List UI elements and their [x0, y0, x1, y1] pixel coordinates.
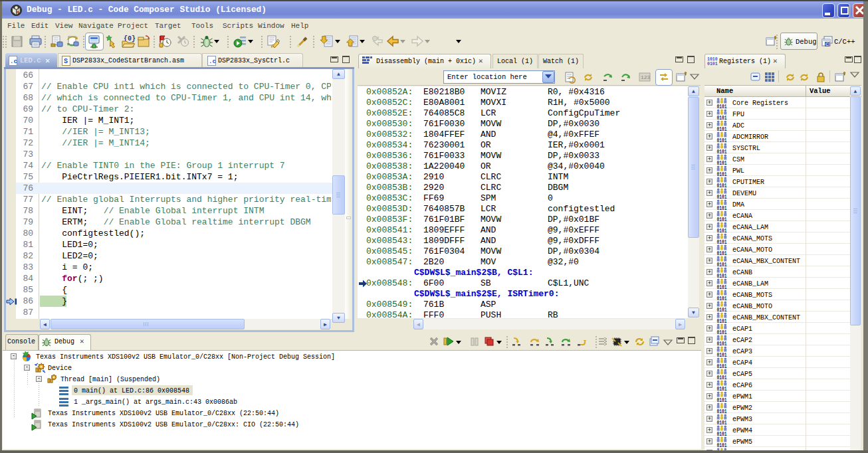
svg-text:.c: .c: [209, 58, 216, 65]
svg-text:S: S: [64, 58, 68, 65]
svg-text:.c: .c: [10, 58, 17, 65]
svg-text:0101: 0101: [707, 62, 718, 66]
svg-text:C: C: [825, 42, 829, 46]
svg-text:123: 123: [641, 74, 651, 80]
svg-text:1010: 1010: [707, 57, 718, 62]
